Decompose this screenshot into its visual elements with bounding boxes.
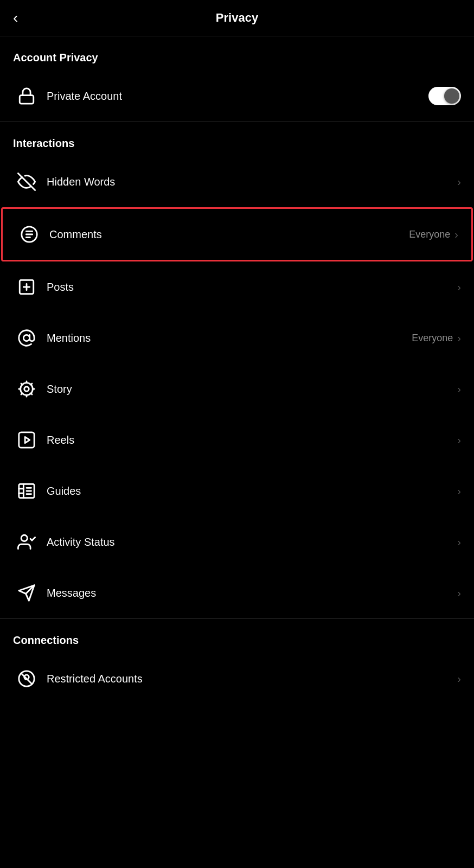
mentions-value: Everyone <box>412 333 453 344</box>
restricted-accounts-row[interactable]: Restricted Accounts › <box>0 653 474 704</box>
posts-row[interactable]: Posts › <box>0 261 474 312</box>
reels-chevron: › <box>457 434 461 446</box>
mentions-icon <box>13 324 40 352</box>
guides-chevron: › <box>457 485 461 497</box>
restricted-accounts-icon <box>13 665 40 692</box>
private-account-row[interactable]: Private Account <box>0 71 474 122</box>
messages-icon <box>13 579 40 607</box>
hidden-words-icon <box>13 168 40 195</box>
svg-point-6 <box>23 335 29 341</box>
svg-point-31 <box>24 675 29 680</box>
interactions-section: Interactions Hidden Words › Comments Eve… <box>0 122 474 618</box>
story-row[interactable]: Story › <box>0 363 474 414</box>
mentions-chevron: › <box>457 332 461 344</box>
comments-row[interactable]: Comments Everyone › <box>1 207 473 261</box>
reels-icon <box>13 426 40 454</box>
posts-chevron: › <box>457 281 461 293</box>
comments-chevron: › <box>454 228 458 241</box>
reels-row[interactable]: Reels › <box>0 414 474 465</box>
messages-chevron: › <box>457 587 461 599</box>
comments-label: Comments <box>49 228 409 241</box>
svg-line-15 <box>21 393 22 394</box>
restricted-accounts-chevron: › <box>457 673 461 685</box>
story-chevron: › <box>457 383 461 395</box>
svg-point-8 <box>24 387 29 392</box>
mentions-label: Mentions <box>47 332 412 344</box>
reels-label: Reels <box>47 434 457 446</box>
guides-row[interactable]: Guides › <box>0 465 474 516</box>
svg-marker-18 <box>25 437 29 443</box>
posts-label: Posts <box>47 281 457 293</box>
page-title: Privacy <box>216 11 258 25</box>
hidden-words-label: Hidden Words <box>47 176 457 188</box>
toggle-knob <box>444 88 459 104</box>
connections-label: Connections <box>0 619 474 653</box>
private-account-label: Private Account <box>47 90 428 103</box>
header: ‹ Privacy <box>0 0 474 36</box>
activity-status-label: Activity Status <box>47 536 457 548</box>
activity-status-chevron: › <box>457 536 461 548</box>
svg-rect-17 <box>19 432 34 448</box>
comments-value: Everyone <box>409 229 450 240</box>
comments-icon <box>16 221 43 248</box>
messages-label: Messages <box>47 587 457 599</box>
activity-status-row[interactable]: Activity Status › <box>0 516 474 567</box>
lock-icon <box>13 82 40 110</box>
connections-section: Connections Restricted Accounts › <box>0 619 474 704</box>
svg-line-14 <box>31 393 32 394</box>
svg-rect-0 <box>20 95 34 104</box>
account-privacy-section: Account Privacy Private Account <box>0 36 474 122</box>
mentions-row[interactable]: Mentions Everyone › <box>0 312 474 363</box>
posts-icon <box>13 273 40 301</box>
guides-label: Guides <box>47 485 457 497</box>
hidden-words-row[interactable]: Hidden Words › <box>0 156 474 207</box>
private-account-toggle[interactable] <box>428 87 461 105</box>
guides-icon <box>13 477 40 505</box>
svg-point-26 <box>21 535 27 541</box>
hidden-words-chevron: › <box>457 176 461 188</box>
svg-line-16 <box>31 384 32 385</box>
restricted-accounts-label: Restricted Accounts <box>47 673 457 685</box>
back-button[interactable]: ‹ <box>13 9 18 27</box>
account-privacy-label: Account Privacy <box>0 36 474 71</box>
activity-status-icon <box>13 528 40 556</box>
story-label: Story <box>47 383 457 395</box>
interactions-label: Interactions <box>0 122 474 156</box>
messages-row[interactable]: Messages › <box>0 567 474 618</box>
story-icon <box>13 375 40 403</box>
svg-line-13 <box>21 384 22 385</box>
